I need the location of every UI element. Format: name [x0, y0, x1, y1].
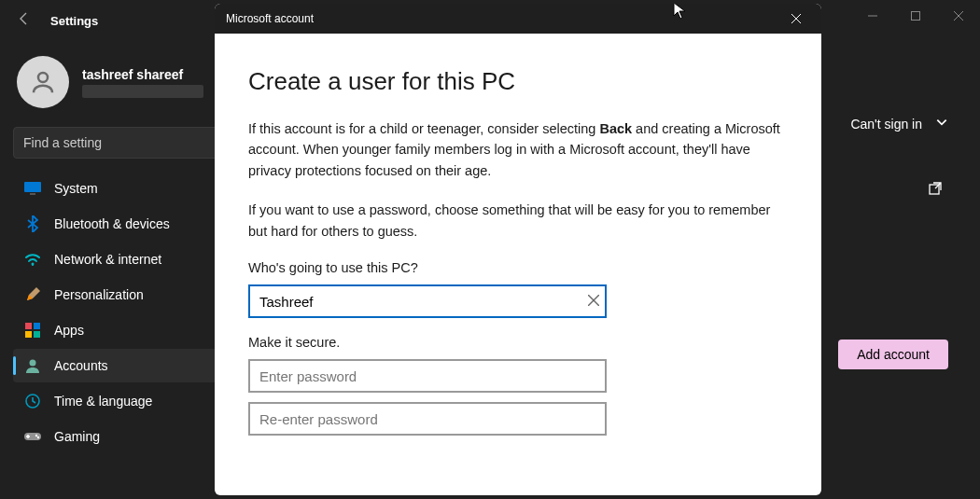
search-placeholder: Find a setting	[23, 135, 102, 150]
svg-rect-8	[25, 323, 32, 329]
cant-sign-in-label: Can't sign in	[850, 117, 922, 132]
gaming-icon	[24, 428, 41, 445]
sidebar-item-label: Accounts	[54, 358, 108, 373]
sidebar-item-label: Bluetooth & devices	[54, 216, 170, 231]
dialog-paragraph-2: If you want to use a password, choose so…	[248, 200, 788, 242]
chevron-down-icon	[935, 116, 948, 132]
apps-icon	[24, 322, 41, 339]
sidebar-item-label: Time & language	[54, 394, 152, 409]
microsoft-account-dialog: Microsoft account Create a user for this…	[215, 4, 821, 495]
username-field[interactable]	[248, 284, 607, 318]
back-icon[interactable]	[17, 11, 34, 30]
personalization-icon	[24, 286, 41, 303]
open-external-icon[interactable]	[928, 181, 943, 200]
maximize-button[interactable]	[894, 0, 937, 32]
password-section-label: Make it secure.	[248, 335, 788, 350]
username-label: Who's going to use this PC?	[248, 260, 788, 275]
svg-rect-9	[34, 323, 40, 329]
time-icon	[24, 393, 41, 409]
svg-rect-10	[25, 331, 32, 338]
app-title: Settings	[50, 14, 98, 28]
svg-rect-6	[30, 193, 35, 195]
sidebar-item-label: Personalization	[54, 287, 144, 302]
sidebar-item-label: Gaming	[54, 429, 100, 444]
svg-rect-1	[912, 12, 920, 21]
sidebar-item-label: Network & internet	[54, 252, 161, 267]
accounts-icon	[24, 357, 41, 374]
clear-input-icon[interactable]	[588, 294, 599, 309]
dialog-heading: Create a user for this PC	[248, 67, 788, 96]
profile-name: tashreef shareef	[82, 67, 203, 82]
close-window-button[interactable]	[937, 0, 980, 32]
svg-rect-11	[34, 331, 40, 338]
system-icon	[24, 180, 41, 197]
minimize-button[interactable]	[851, 0, 894, 32]
svg-point-12	[30, 360, 36, 367]
bluetooth-icon	[24, 215, 41, 232]
svg-point-7	[32, 263, 35, 266]
svg-point-15	[35, 435, 37, 437]
cant-sign-in-dropdown[interactable]: Can't sign in	[850, 116, 948, 132]
cursor-icon	[673, 4, 688, 23]
dialog-paragraph-1: If this account is for a child or teenag…	[248, 118, 788, 181]
svg-point-16	[37, 437, 39, 438]
sidebar-item-label: Apps	[54, 323, 84, 338]
dialog-title: Microsoft account	[226, 12, 314, 25]
network-icon	[24, 251, 41, 268]
avatar	[17, 56, 69, 108]
password-field[interactable]	[248, 359, 607, 393]
dialog-close-button[interactable]	[775, 4, 818, 34]
sidebar-item-label: System	[54, 181, 98, 196]
svg-point-4	[38, 73, 48, 82]
add-account-button[interactable]: Add account	[838, 340, 948, 369]
svg-rect-5	[24, 182, 41, 192]
profile-email-redacted	[82, 85, 203, 98]
confirm-password-field[interactable]	[248, 402, 607, 436]
